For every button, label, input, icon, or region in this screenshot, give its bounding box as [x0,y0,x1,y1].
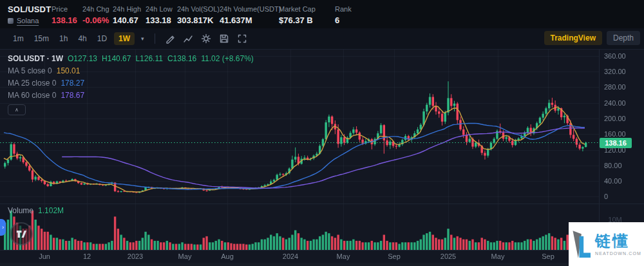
chart-area: SOLUSDT · 1WO127.13H140.67L126.11C138.16… [0,50,644,266]
ma25-legend: MA 25 close 0178.27 [8,79,254,88]
ma60-legend: MA 60 close 0178.67 [8,91,254,100]
interval-1h[interactable]: 1h [59,34,68,43]
depth-tab[interactable]: Depth [607,31,640,45]
save-icon[interactable] [219,33,229,44]
symbol-name: SOL/USDT [8,5,51,14]
legend-symbol: SOLUSDT · 1W [8,54,63,63]
stat-market-cap: Market Cap$76.37 B [279,5,316,25]
interval-15m[interactable]: 15m [34,34,49,43]
volume-legend: Volume1.102M [8,206,64,215]
legend-close: C138.16 [167,54,196,63]
site-watermark-logo: 链懂 NEATDOWN.COM [569,222,644,266]
site-logo-chinese: 链懂 [595,233,630,249]
symbol-block: SOL/USDT Solana [8,5,51,26]
bottom-strip [0,263,644,266]
fullscreen-icon[interactable] [237,33,247,44]
stat-24h-high: 24h High140.67 [113,5,141,25]
ma5-legend: MA 5 close 0150.01 [8,66,254,75]
draw-icon[interactable] [165,33,175,44]
legend-change: 11.02 (+8.67%) [201,54,254,63]
site-logo-icon [571,229,591,260]
ticker-header: SOL/USDT Solana Price138.16 24h Chg-0.06… [0,0,644,28]
stat-rank: Rank6 [335,5,352,25]
stat-24h-change: 24h Chg-0.06% [82,5,109,25]
stat-24h-vol-sol: 24h Vol(SOL)303.817K [177,5,220,25]
chart-legend: SOLUSDT · 1WO127.13H140.67L126.11C138.16… [8,54,254,115]
legend-high: H140.67 [102,54,131,63]
legend-collapse-button[interactable]: ∧ [8,104,26,115]
panel-expand-handle[interactable]: › [0,219,6,236]
stat-24h-vol-usdt: 24h Volume(USDT)41.637M [220,5,281,25]
interval-1d[interactable]: 1D [97,34,107,43]
legend-open: O127.13 [68,54,97,63]
indicator-icon[interactable] [183,33,193,44]
solana-icon [8,18,14,24]
tradingview-watermark-icon [10,222,33,245]
solana-link[interactable]: Solana [17,17,39,26]
chart-toolbar: 1m 15m 1h 4h 1D 1W ▾ TradingView Depth [0,28,644,50]
interval-1m[interactable]: 1m [13,34,24,43]
settings-icon[interactable] [201,33,211,44]
chevron-down-icon[interactable]: ▾ [141,35,144,42]
toolbar-divider [155,33,155,44]
last-price-tag: 138.16 [600,138,632,148]
legend-low: L126.11 [135,54,163,63]
tradingview-tab[interactable]: TradingView [544,31,602,45]
stat-price: Price138.16 [52,5,77,25]
interval-1w-active[interactable]: 1W [114,32,135,45]
stat-24h-low: 24h Low133.18 [146,5,173,25]
interval-4h[interactable]: 4h [78,34,86,43]
site-logo-domain: NEATDOWN.COM [595,251,641,256]
